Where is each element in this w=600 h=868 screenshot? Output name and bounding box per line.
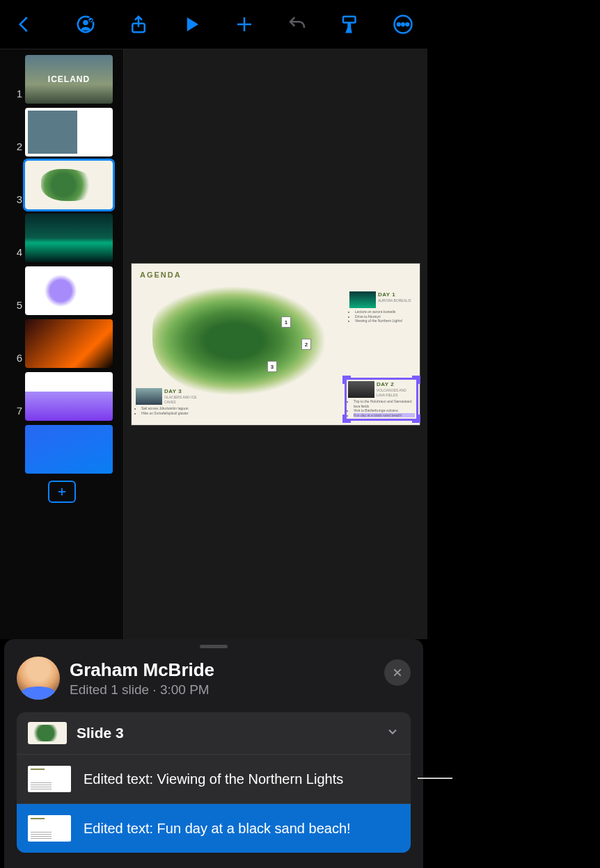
- thumbnail-5[interactable]: 5: [3, 265, 120, 316]
- card-title: Slide 3: [77, 725, 376, 741]
- toolbar: [0, 0, 427, 49]
- thumbnail-3[interactable]: 3: [3, 159, 120, 211]
- avatar: [17, 657, 60, 700]
- activity-panel: Graham McBride Edited 1 slide · 3:00 PM …: [4, 639, 423, 868]
- thumbnail-6[interactable]: 6: [3, 318, 120, 369]
- svg-rect-7: [343, 17, 356, 23]
- thumbnail-7[interactable]: 7: [3, 371, 120, 422]
- edit-preview-icon: [28, 766, 71, 792]
- svg-point-2: [88, 17, 94, 23]
- svg-point-11: [406, 23, 409, 26]
- back-button[interactable]: [7, 7, 42, 42]
- add-slide-button[interactable]: [48, 481, 76, 503]
- svg-point-1: [83, 20, 88, 26]
- day-3-box[interactable]: DAY 3GLACIERS AND ICE CAVES Sail across …: [136, 388, 202, 415]
- slide-thumbnail-icon: [28, 722, 67, 744]
- close-button[interactable]: [384, 659, 411, 686]
- activity-card: Slide 3 Edited text: Viewing of the Nort…: [17, 712, 411, 853]
- share-button[interactable]: [121, 7, 156, 42]
- edit-preview-icon: [28, 815, 71, 842]
- edit-row-2-selected[interactable]: Edited text: Fun day at a black sand bea…: [17, 804, 411, 853]
- thumbnail-2[interactable]: 2: [3, 106, 120, 158]
- day-1-box[interactable]: DAY 1AURORA BOREALIS Lecture on aurora b…: [349, 291, 416, 323]
- activity-meta: Edited 1 slide · 3:00 PM: [70, 682, 214, 698]
- slide-navigator[interactable]: 1 ICELAND 2 3 4 5 6: [0, 49, 124, 639]
- format-button[interactable]: [333, 7, 368, 42]
- undo-button[interactable]: [280, 7, 315, 42]
- slide[interactable]: AGENDA 1 2 3 DAY 1AURORA BOREALIS Lectur…: [132, 264, 420, 425]
- slide-canvas[interactable]: AGENDA 1 2 3 DAY 1AURORA BOREALIS Lectur…: [124, 49, 427, 639]
- svg-point-10: [402, 23, 404, 26]
- day-2-box-selected[interactable]: DAY 2VOLCANOES AND LAVA FIELDS Trip to t…: [346, 379, 417, 419]
- svg-point-9: [397, 23, 400, 26]
- slide-title: AGENDA: [140, 271, 182, 279]
- map-pin-3: 3: [267, 361, 277, 372]
- add-button[interactable]: [227, 7, 262, 42]
- edit-row-1[interactable]: Edited text: Viewing of the Northern Lig…: [17, 755, 411, 804]
- more-button[interactable]: [386, 7, 420, 42]
- map-pin-1: 1: [281, 316, 291, 328]
- map-pin-2: 2: [301, 339, 311, 350]
- thumbnail-1[interactable]: 1 ICELAND: [3, 54, 120, 105]
- callout-line: [418, 778, 452, 779]
- svg-marker-4: [187, 17, 198, 31]
- thumbnail-8[interactable]: [3, 424, 120, 475]
- card-header[interactable]: Slide 3: [17, 712, 411, 755]
- chevron-down-icon: [386, 725, 400, 741]
- drag-handle[interactable]: [200, 645, 228, 648]
- play-button[interactable]: [174, 7, 209, 42]
- editor-name: Graham McBride: [70, 659, 214, 681]
- thumbnail-4[interactable]: 4: [3, 212, 120, 264]
- collaborate-button[interactable]: [68, 7, 103, 42]
